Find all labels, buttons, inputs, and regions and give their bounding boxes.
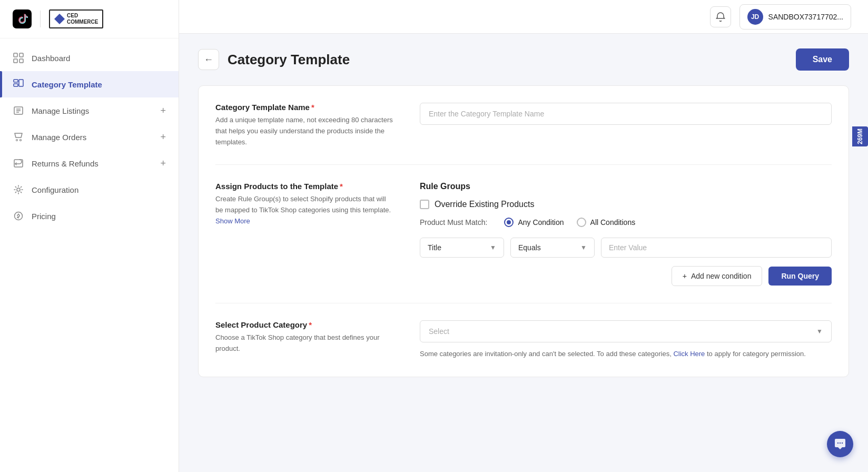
svg-rect-5 [14,80,18,82]
product-must-match-label: Product Must Match: [420,218,487,227]
sidebar-item-configuration[interactable]: Configuration [0,176,179,203]
rule-groups-title: Rule Groups [420,182,832,191]
condition-field-value: Title [428,243,441,252]
user-info-widget: JD SANDBOX73717702... [739,4,851,30]
add-condition-button[interactable]: + Add new condition [672,266,763,286]
sidebar-item-label: Category Template [32,80,102,89]
any-condition-label: Any Condition [518,218,564,227]
rule-groups-right: Rule Groups Override Existing Products P… [420,182,832,286]
chat-bubble-button[interactable] [827,431,853,457]
all-conditions-option[interactable]: All Conditions [577,218,636,227]
svg-point-15 [17,188,20,191]
all-conditions-label: All Conditions [590,218,636,227]
sidebar-item-manage-listings[interactable]: Manage Listings + [0,97,179,124]
template-name-left: Category Template Name* Add a unique tem… [215,103,394,148]
notification-bubble[interactable]: 269M [852,126,868,146]
sidebar-item-label: Returns & Refunds [32,159,98,168]
condition-value-input[interactable]: Enter Value [601,238,832,258]
condition-actions: + Add new condition Run Query [420,266,832,286]
show-more-link[interactable]: Show More [215,217,250,225]
avatar: JD [747,9,763,25]
config-icon [13,184,24,195]
manage-orders-icon [13,131,24,143]
select-category-right: Select ▼ Some categories are invitation-… [420,320,832,360]
add-condition-plus-icon: + [683,272,687,280]
returns-plus-icon[interactable]: + [160,158,166,169]
template-name-right [420,103,832,125]
category-template-icon [13,78,24,90]
svg-rect-7 [19,80,23,86]
select-category-desc: Choose a TikTok Shop category that best … [215,332,394,355]
svg-rect-0 [13,9,32,28]
page-header: ← Category Template Save [198,48,849,71]
sidebar-item-label: Dashboard [32,54,70,63]
save-button[interactable]: Save [796,48,849,71]
override-checkbox[interactable] [420,200,429,209]
sidebar-item-returns-refunds[interactable]: Returns & Refunds + [0,150,179,176]
assign-products-section: Assign Products to the Template* Create … [215,164,832,286]
back-button[interactable]: ← [198,49,219,70]
ced-text: CEDCOMMERCE [67,13,98,25]
any-condition-option[interactable]: Any Condition [504,218,564,227]
svg-point-17 [837,442,839,444]
logo-area: CEDCOMMERCE [0,0,179,38]
click-here-link[interactable]: Click Here [673,350,705,358]
product-must-match-row: Product Must Match: Any Condition All Co… [420,218,832,227]
template-name-label: Category Template Name* [215,103,394,112]
sidebar-item-label: Manage Orders [32,133,86,142]
user-name: SANDBOX73717702... [768,13,843,21]
page-title: Category Template [228,52,350,68]
sidebar-item-pricing[interactable]: Pricing [0,203,179,229]
override-products-row[interactable]: Override Existing Products [420,200,832,209]
product-category-placeholder: Select [429,327,449,336]
template-name-input[interactable] [420,103,832,125]
tiktok-logo-icon [13,9,32,28]
sidebar-item-label: Configuration [32,185,78,194]
svg-point-12 [16,140,18,141]
svg-point-18 [840,442,841,444]
assign-products-left: Assign Products to the Template* Create … [215,182,394,227]
sidebar: CEDCOMMERCE Dashboard Category Template [0,0,179,472]
assign-products-label: Assign Products to the Template* [215,182,394,191]
page-header-left: ← Category Template [198,49,350,70]
page-content: ← Category Template Save Category Templa… [179,34,868,472]
sidebar-item-manage-orders[interactable]: Manage Orders + [0,124,179,150]
template-name-section: Category Template Name* Add a unique tem… [215,103,832,148]
dashboard-icon [13,52,24,64]
sidebar-nav: Dashboard Category Template Manage Listi… [0,38,179,472]
category-hint: Some categories are invitation-only and … [420,349,832,360]
condition-value-placeholder: Enter Value [609,243,647,252]
template-name-desc: Add a unique template name, not exceedin… [215,115,394,148]
top-header: JD SANDBOX73717702... [179,0,868,34]
run-query-button[interactable]: Run Query [768,267,832,286]
condition-field-select[interactable]: Title ▼ [420,238,504,258]
product-category-chevron: ▼ [816,328,823,335]
sidebar-item-dashboard[interactable]: Dashboard [0,45,179,71]
bell-icon [715,12,726,22]
cedcommerce-logo: CEDCOMMERCE [49,9,103,28]
all-conditions-radio[interactable] [577,218,586,227]
product-category-select[interactable]: Select ▼ [420,320,832,342]
override-label: Override Existing Products [435,200,534,209]
ced-diamond-icon [54,14,65,24]
svg-rect-1 [14,53,17,57]
main-content: JD SANDBOX73717702... ← Category Templat… [179,0,868,472]
condition-row: Title ▼ Equals ▼ Enter Value [420,238,832,258]
condition-operator-chevron: ▼ [580,244,587,251]
select-product-category-section: Select Product Category* Choose a TikTok… [215,303,832,360]
chat-bubble-icon [834,438,846,450]
select-category-left: Select Product Category* Choose a TikTok… [215,320,394,355]
condition-field-chevron: ▼ [490,244,496,251]
add-condition-label: Add new condition [691,272,751,280]
manage-listings-plus-icon[interactable]: + [160,105,166,116]
pricing-icon [13,210,24,222]
condition-operator-select[interactable]: Equals ▼ [510,238,595,258]
svg-rect-4 [19,59,23,63]
notification-button[interactable] [710,6,731,27]
any-condition-radio[interactable] [504,218,514,227]
svg-rect-6 [14,84,18,86]
svg-point-19 [842,442,843,444]
select-category-label: Select Product Category* [215,320,394,329]
sidebar-item-category-template[interactable]: Category Template [0,71,179,97]
manage-orders-plus-icon[interactable]: + [160,132,166,143]
